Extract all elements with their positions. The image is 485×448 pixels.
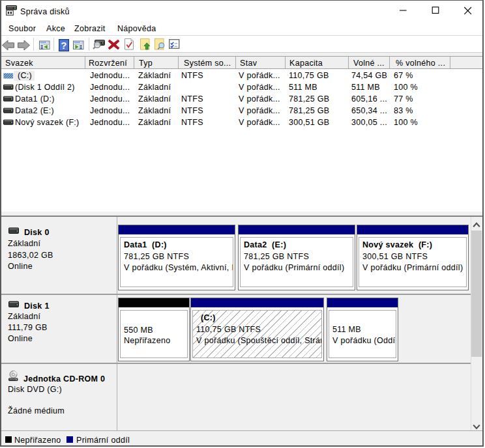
svg-text:?: ? bbox=[61, 40, 66, 51]
